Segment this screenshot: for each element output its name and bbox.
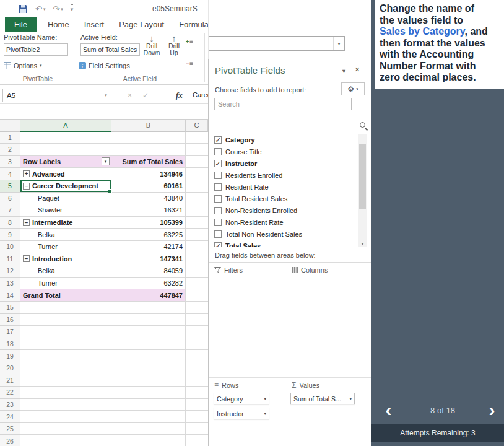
checkbox[interactable] xyxy=(214,230,222,238)
cell-A23[interactable] xyxy=(20,399,111,411)
cell-A21[interactable] xyxy=(20,374,111,387)
tab-file[interactable]: File xyxy=(5,17,37,32)
row-header-4[interactable]: 4 xyxy=(0,168,20,180)
cell-A9[interactable]: Belka xyxy=(20,229,111,241)
cell-C7[interactable] xyxy=(186,204,208,217)
next-button[interactable]: › xyxy=(480,398,504,422)
row-header-16[interactable]: 16 xyxy=(0,314,20,326)
undo-button[interactable]: ↶ ▾ xyxy=(35,5,45,13)
field-list-scrollbar[interactable]: ▾ xyxy=(358,134,367,247)
field-item-instructor[interactable]: ✓Instructor xyxy=(209,157,357,169)
cell-C8[interactable] xyxy=(186,217,208,229)
cell-A4[interactable]: +Advanced xyxy=(20,168,111,180)
row-header-13[interactable]: 13 xyxy=(0,278,20,290)
cell-B15[interactable] xyxy=(111,302,186,314)
cell-C6[interactable] xyxy=(186,193,208,205)
row-header-25[interactable]: 25 xyxy=(0,423,20,435)
row-header-1[interactable]: 1 xyxy=(0,132,20,144)
row-header-5[interactable]: 5 xyxy=(0,180,20,193)
cell-B11[interactable]: 147341 xyxy=(111,253,186,266)
chevron-down-icon[interactable]: ▾ xyxy=(261,411,266,416)
collapse-toggle-icon[interactable]: − xyxy=(23,255,30,262)
cell-A1[interactable] xyxy=(20,132,111,144)
cell-A10[interactable]: Turner xyxy=(20,241,111,253)
cell-A11[interactable]: −Introduction xyxy=(20,253,111,266)
cell-B19[interactable] xyxy=(111,350,186,362)
name-box[interactable]: A5 ▾ xyxy=(2,89,111,102)
cell-A17[interactable] xyxy=(20,326,111,338)
cell-A13[interactable]: Turner xyxy=(20,278,111,290)
cell-A7[interactable]: Shawler xyxy=(20,204,111,217)
cell-B7[interactable]: 16321 xyxy=(111,204,186,217)
cell-C22[interactable] xyxy=(186,387,208,399)
cell-B24[interactable] xyxy=(111,411,186,423)
cell-C20[interactable] xyxy=(186,362,208,375)
checkbox[interactable]: ✓ xyxy=(214,242,222,248)
cell-B20[interactable] xyxy=(111,362,186,375)
cell-C25[interactable] xyxy=(186,423,208,435)
cell-B23[interactable] xyxy=(111,399,186,411)
cell-A19[interactable] xyxy=(20,350,111,362)
tab-insert[interactable]: Insert xyxy=(77,17,112,32)
cell-C1[interactable] xyxy=(186,132,208,144)
cell-B5[interactable]: 60161 xyxy=(111,180,186,193)
cell-C13[interactable] xyxy=(186,278,208,290)
column-header-A[interactable]: A xyxy=(20,120,111,132)
ribbon-combobox[interactable]: ▾ xyxy=(209,36,345,51)
row-header-23[interactable]: 23 xyxy=(0,399,20,411)
chevron-down-icon[interactable]: ▾ xyxy=(101,93,111,98)
cell-C17[interactable] xyxy=(186,326,208,338)
cell-A18[interactable] xyxy=(20,338,111,351)
row-header-12[interactable]: 12 xyxy=(0,265,20,278)
field-item-category[interactable]: ✓Category xyxy=(209,134,357,146)
options-button[interactable]: Options ▾ xyxy=(4,62,41,69)
cell-C11[interactable] xyxy=(186,253,208,266)
tools-button[interactable]: ⚙ ▾ xyxy=(341,82,365,95)
cell-C18[interactable] xyxy=(186,338,208,351)
field-item-course-title[interactable]: Course Title xyxy=(209,146,357,157)
cell-C21[interactable] xyxy=(186,374,208,387)
row-header-2[interactable]: 2 xyxy=(0,144,20,156)
row-header-24[interactable]: 24 xyxy=(0,411,20,423)
pivottable-name-input[interactable] xyxy=(4,43,68,56)
cell-C14[interactable] xyxy=(186,289,208,302)
checkbox[interactable] xyxy=(214,195,222,203)
cell-A16[interactable] xyxy=(20,314,111,326)
chevron-down-icon[interactable]: ▾ xyxy=(347,396,352,401)
checkbox[interactable] xyxy=(214,207,222,214)
cell-B26[interactable] xyxy=(111,435,186,446)
cell-A3[interactable]: Row Labels▾ xyxy=(20,156,111,168)
row-header-15[interactable]: 15 xyxy=(0,302,20,314)
cell-C9[interactable] xyxy=(186,229,208,241)
cell-A2[interactable] xyxy=(20,144,111,156)
scroll-down-icon[interactable]: ▾ xyxy=(358,242,367,247)
close-icon[interactable]: × xyxy=(355,64,360,74)
cell-B17[interactable] xyxy=(111,326,186,338)
cell-B2[interactable] xyxy=(111,144,186,156)
scrollbar-thumb[interactable] xyxy=(359,144,366,209)
enter-icon[interactable]: ✓ xyxy=(142,91,149,100)
cell-C5[interactable] xyxy=(186,180,208,193)
expand-field-button[interactable]: + ≡ xyxy=(186,37,199,46)
save-button[interactable] xyxy=(19,4,28,14)
collapse-toggle-icon[interactable]: − xyxy=(23,219,30,226)
cell-A20[interactable] xyxy=(20,362,111,375)
cell-B18[interactable] xyxy=(111,338,186,351)
cell-B1[interactable] xyxy=(111,132,186,144)
cell-B16[interactable] xyxy=(111,314,186,326)
cell-B3[interactable]: Sum of Total Sales xyxy=(111,156,186,168)
insert-function-button[interactable]: fx xyxy=(176,90,183,100)
cell-C26[interactable] xyxy=(186,435,208,446)
cell-C15[interactable] xyxy=(186,302,208,314)
row-header-3[interactable]: 3 xyxy=(0,156,20,168)
row-header-19[interactable]: 19 xyxy=(0,350,20,362)
cell-B25[interactable] xyxy=(111,423,186,435)
row-header-10[interactable]: 10 xyxy=(0,241,20,253)
cell-C4[interactable] xyxy=(186,168,208,180)
cell-C12[interactable] xyxy=(186,265,208,278)
column-header-B[interactable]: B xyxy=(111,120,186,132)
cell-C3[interactable] xyxy=(186,156,208,168)
cell-C2[interactable] xyxy=(186,144,208,156)
tab-home[interactable]: Home xyxy=(40,17,77,32)
cell-B9[interactable]: 63225 xyxy=(111,229,186,241)
